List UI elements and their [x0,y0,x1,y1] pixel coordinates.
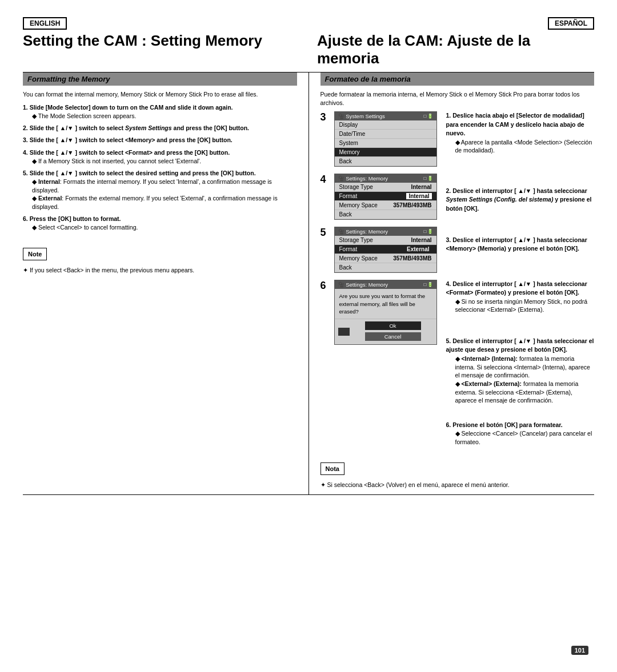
step-es-2: 2. Deslice el interruptor [ ▲/▼ ] hasta … [446,187,595,213]
screen-6-box: 🎥 Settings: Memory □ 🔋 Are you sure you … [334,280,437,345]
screen-5-back: Back [335,263,436,272]
step-en-5-sub1: Internal: Formats the internal memory. I… [32,178,297,194]
section-header-en: Formatting the Memory [23,73,297,86]
screen-3-title: 🎥 System Settings □ 🔋 [335,112,436,120]
screens-column: 3 🎥 System Settings □ 🔋 Display Date/Tim… [320,111,437,449]
intro-text-es: Puede formatear la memoria interna, el M… [320,90,595,107]
step-en-6-sub1: Select <Cancel> to cancel formatting. [32,223,297,232]
screen-6-row: 6 🎥 Settings: Memory □ 🔋 Are you sure yo… [320,280,437,345]
screen-6-icon-row: Ok Cancel [335,319,436,344]
screen-6-title: 🎥 Settings: Memory □ 🔋 [335,280,436,289]
right-content: 3 🎥 System Settings □ 🔋 Display Date/Tim… [320,111,595,449]
main-title-en: Setting the CAM : Setting Memory [23,32,300,50]
step-es-3: 3. Deslice el interruptor [ ▲/▼ ] hasta … [446,236,595,253]
lang-label-es: ESPAÑOL [548,17,594,30]
content-area: ENGLISH ESPAÑOL Setting the CAM : Settin… [0,0,617,506]
lang-row: ENGLISH ESPAÑOL [23,17,594,30]
main-title-es: Ajuste de la CAM: Ajuste de la memoria [300,32,594,67]
step-es-6-sub1: Seleccione <Cancel> (Cancelar) para canc… [455,429,595,446]
screen-3-num: 3 [320,111,332,123]
step-es-5-sub2: <External> (Externa): formatea la memori… [455,380,595,405]
step-en-6: 6. Press the [OK] button to format. Sele… [23,215,297,232]
step-es-1-sub1: Aparece la pantalla <Mode Selection> (Se… [455,138,595,155]
screen-4-num: 4 [320,174,332,186]
step-es-5-sub1: <Internal> (Interna): formatea la memori… [455,355,595,380]
screen-6-btn-area: Ok Cancel [353,321,433,342]
screen-5-row: 5 🎥 Settings: Memory □ 🔋 Storage Type In… [320,227,437,273]
screen-4-format: Format Internal [335,192,436,201]
screen-4-row: 4 🎥 Settings: Memory □ 🔋 Storage Type In… [320,174,437,220]
screen-4-storagetype: Storage Type Internal [335,183,436,192]
screen-4-back: Back [335,210,436,219]
steps-es-column: 1. Deslice hacia abajo el [Selector de m… [446,111,595,449]
screen-4-title: 🎥 Settings: Memory □ 🔋 [335,174,436,183]
page-number: 101 [571,646,588,655]
step-es-4-sub1: Si no se inserta ningún Memory Stick, no… [455,297,595,314]
screen-6-cancel-btn[interactable]: Cancel [365,332,421,341]
step-en-3: 3. Slide the [ ▲/▼ ] switch to select <M… [23,136,297,144]
two-col: Formatting the Memory You can format the… [23,73,594,495]
screen-6-camera-icon [338,328,350,336]
screen-4-memspace: Memory Space 357MB/493MB [335,201,436,210]
step-en-1-sub1: The Mode Selection screen appears. [32,112,297,120]
col-right: Formateo de la memoria Puede formatear l… [309,73,595,494]
step-en-5-sub2: External: Formats the external memory. I… [32,194,297,211]
step-es-5: 5. Deslice el interruptor [ ▲/▼ ] hasta … [446,337,595,405]
screen-3-display: Display [335,120,436,130]
screen-6-num: 6 [320,280,332,292]
section-header-es: Formateo de la memoria [320,73,595,86]
step-en-2: 2. Slide the [ ▲/▼ ] switch to select Sy… [23,124,297,132]
screen-4-box: 🎥 Settings: Memory □ 🔋 Storage Type Inte… [334,174,437,220]
screen-3-system: System [335,139,436,148]
screen-6-ok-btn[interactable]: Ok [365,321,421,330]
page: ENGLISH ESPAÑOL Setting the CAM : Settin… [0,0,617,672]
step-en-4: 4. Slide the [ ▲/▼ ] switch to select <F… [23,148,297,166]
screen-3-box: 🎥 System Settings □ 🔋 Display Date/Time … [334,111,437,167]
step-en-5: 5. Slide the [ ▲/▼ ] switch to select th… [23,169,297,211]
screen-6-confirm: Are you sure you want to format the exte… [335,289,436,319]
col-left: Formatting the Memory You can format the… [23,73,309,494]
step-en-4-sub1: If a Memory Stick is not inserted, you c… [32,157,297,166]
note-label-es: Nota [320,462,344,475]
step-es-6: 6. Presione el botón [OK] para formatear… [446,421,595,446]
screen-3-back: Back [335,157,436,166]
screen-5-num: 5 [320,227,332,239]
screen-5-format: Format External [335,245,436,254]
intro-text-en: You can format the internal memory, Memo… [23,90,297,99]
screen-5-title: 🎥 Settings: Memory □ 🔋 [335,227,436,236]
screen-3-row: 3 🎥 System Settings □ 🔋 Display Date/Tim… [320,111,437,167]
note-content-es: Si selecciona <Back> (Volver) en el menú… [320,481,595,489]
step-en-1: 1. Slide [Mode Selector] down to turn on… [23,103,297,120]
step-es-1: 1. Deslice hacia abajo el [Selector de m… [446,111,595,155]
screen-3-memory: Memory [335,148,436,157]
lang-label-en: ENGLISH [23,17,67,30]
titles-row: Setting the CAM : Setting Memory Ajuste … [23,32,594,73]
screen-5-box: 🎥 Settings: Memory □ 🔋 Storage Type Inte… [334,227,437,273]
step-es-4: 4. Deslice el interruptor [ ▲/▼ ] hasta … [446,280,595,314]
screen-3-datetime: Date/Time [335,130,436,139]
note-label-en: Note [23,248,47,260]
screen-5-storagetype: Storage Type Internal [335,236,436,245]
note-content-en: If you select <Back> in the menu, the pr… [23,266,297,275]
screen-5-memspace: Memory Space 357MB/493MB [335,254,436,263]
